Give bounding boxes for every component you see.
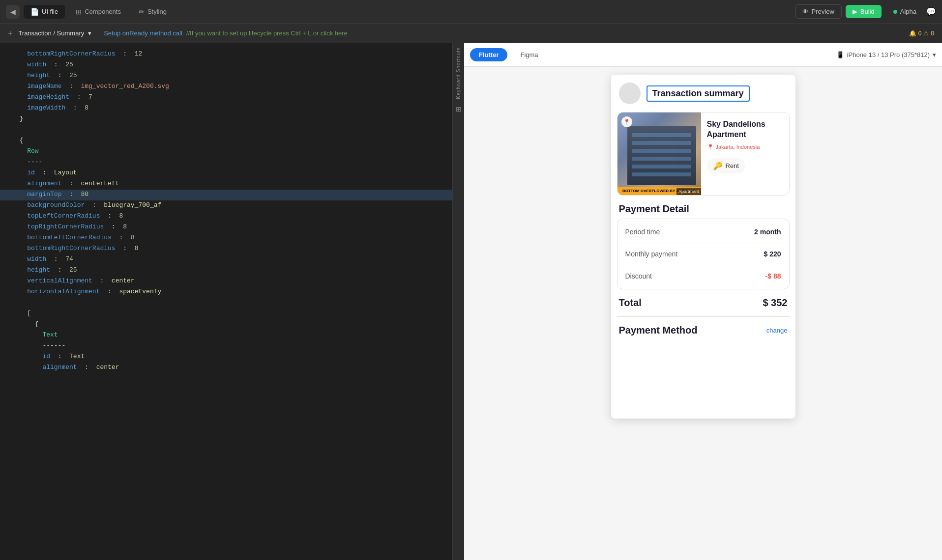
- code-line: [: [0, 308, 452, 319]
- total-value: $ 352: [763, 297, 787, 308]
- build-button[interactable]: ▶ Build: [846, 5, 882, 18]
- code-line: {: [0, 136, 452, 146]
- property-card: 📍 BOTTOM OVERFLOWED BY 22 PIXELS Apartme…: [617, 112, 790, 196]
- code-line: alignment : center: [0, 363, 452, 373]
- property-image: 📍 BOTTOM OVERFLOWED BY 22 PIXELS Apartme…: [618, 112, 701, 195]
- code-line: alignment : centerLeft: [0, 179, 452, 190]
- payment-detail-title: Payment Detail: [611, 196, 795, 219]
- setup-comment: Setup onReady method call: [104, 29, 182, 37]
- preview-eye-icon: 👁: [802, 8, 809, 15]
- dropdown-icon[interactable]: ▾: [88, 29, 91, 37]
- code-line: width : 74: [0, 254, 452, 265]
- code-line: ----: [0, 157, 452, 168]
- phone-container: Transaction summary 📍 BOTTOM OVERFLOWED …: [464, 67, 942, 560]
- preview-button[interactable]: 👁 Preview: [795, 4, 842, 19]
- user-badge: Alpha: [893, 8, 916, 15]
- phone-screen: Transaction summary 📍 BOTTOM OVERFLOWED …: [611, 75, 795, 419]
- code-line: }: [0, 114, 452, 125]
- app-header: Transaction summary: [611, 75, 795, 112]
- code-line: topLeftCornerRadius : 8: [0, 211, 452, 222]
- location-text: Jakarta, Indonesia: [716, 144, 760, 150]
- error-count: 0: [931, 30, 934, 37]
- code-line: width : 25: [0, 60, 452, 71]
- avatar: [619, 83, 641, 104]
- total-row: Total $ 352: [611, 289, 795, 316]
- code-line: horizontalAlignment : spaceEvenly: [0, 287, 452, 298]
- map-pin-icon: 📍: [621, 116, 632, 127]
- property-image-inner: 📍 BOTTOM OVERFLOWED BY 22 PIXELS Apartme…: [618, 112, 701, 195]
- hint-comment: //If you want to set up lifecycle press …: [186, 29, 348, 37]
- rent-badge: 🔑 Rent: [707, 158, 745, 173]
- code-line: marginTop : 80: [0, 190, 452, 200]
- page-title-box: Transaction summary: [647, 85, 750, 102]
- code-line: {: [0, 319, 452, 330]
- alert-icon: ⚠: [923, 30, 929, 37]
- preview-label: Preview: [812, 8, 834, 15]
- tab-ui-file-label: UI file: [42, 8, 58, 15]
- code-line: bottomLeftCornerRadius : 8: [0, 233, 452, 244]
- property-info: Sky Dandelions Apartment 📍 Jakarta, Indo…: [701, 112, 789, 195]
- build-label: Build: [860, 8, 875, 15]
- grid-icon[interactable]: ⊞: [456, 105, 462, 113]
- monthly-label: Monthly payment: [625, 250, 678, 258]
- warning-badge: 🔔 0 ⚠ 0: [909, 30, 934, 37]
- device-selector[interactable]: 📱 iPhone 13 / 13 Pro (375*812) ▾: [836, 51, 936, 58]
- code-line: ------: [0, 341, 452, 352]
- styling-icon: ✏: [139, 8, 145, 16]
- location-pin-icon: 📍: [707, 144, 714, 150]
- payment-row-discount: Discount -$ 88: [618, 265, 789, 287]
- period-label: Period time: [625, 228, 660, 236]
- payment-row-period: Period time 2 month: [618, 221, 789, 243]
- tab-ui-file[interactable]: 📄 UI file: [24, 5, 65, 19]
- total-label: Total: [619, 297, 642, 308]
- online-indicator: [893, 10, 897, 14]
- main-content: bottomRightCornerRadius : 12 width : 25 …: [0, 43, 942, 560]
- figma-tab[interactable]: Figma: [511, 48, 547, 61]
- code-line: Row: [0, 146, 452, 157]
- bell-icon: 🔔: [909, 30, 916, 37]
- rent-text: Rent: [726, 162, 739, 169]
- property-location: 📍 Jakarta, Indonesia: [707, 144, 783, 150]
- payment-method-title: Payment Method: [619, 325, 698, 336]
- code-line: imageName : img_vector_red_A200.svg: [0, 82, 452, 92]
- back-button[interactable]: ◀: [6, 5, 20, 19]
- payment-detail-box: Period time 2 month Monthly payment $ 22…: [617, 219, 790, 289]
- tab-styling[interactable]: ✏ Styling: [132, 5, 174, 19]
- payment-method-header: Payment Method change: [611, 317, 795, 340]
- change-link[interactable]: change: [766, 327, 788, 334]
- code-line: backgroundColor : bluegray_700_af: [0, 200, 452, 211]
- flutter-tab[interactable]: Flutter: [470, 48, 507, 61]
- code-line: topRightCornerRadius : 8: [0, 222, 452, 233]
- period-value: 2 month: [754, 228, 781, 236]
- chat-button[interactable]: 💬: [926, 7, 936, 16]
- discount-label: Discount: [625, 272, 652, 280]
- payment-row-monthly: Monthly payment $ 220: [618, 243, 789, 265]
- discount-value: -$ 88: [765, 272, 781, 280]
- page-title: Transaction summary: [652, 88, 744, 98]
- monthly-value: $ 220: [764, 250, 781, 258]
- code-line: imageWidth : 8: [0, 103, 452, 114]
- code-panel[interactable]: bottomRightCornerRadius : 12 width : 25 …: [0, 43, 452, 560]
- components-icon: ⊞: [76, 8, 82, 16]
- device-label: iPhone 13 / 13 Pro (375*812): [847, 51, 930, 58]
- code-line: Text: [0, 330, 452, 341]
- code-line: height : 25: [0, 265, 452, 276]
- preview-header: Flutter Figma 📱 iPhone 13 / 13 Pro (375*…: [464, 43, 942, 67]
- code-line: height : 25: [0, 71, 452, 82]
- code-line: imageHeight : 7: [0, 92, 452, 103]
- add-button[interactable]: +: [8, 29, 12, 38]
- preview-panel: Flutter Figma 📱 iPhone 13 / 13 Pro (375*…: [464, 43, 942, 560]
- back-icon: ◀: [10, 8, 16, 16]
- tab-components-label: Components: [85, 8, 121, 15]
- tab-components[interactable]: ⊞ Components: [69, 5, 128, 19]
- user-name: Alpha: [900, 8, 916, 15]
- phone-icon: 📱: [836, 51, 844, 58]
- ui-file-icon: 📄: [30, 8, 39, 16]
- code-line: id : Layout: [0, 168, 452, 179]
- build-play-icon: ▶: [853, 8, 857, 15]
- code-line: [0, 298, 452, 308]
- warning-count: 0: [918, 30, 922, 37]
- keyboard-shortcuts-sidebar: Keyboard Shortcuts ⊞: [452, 43, 464, 560]
- code-line: id : Text: [0, 352, 452, 363]
- breadcrumb-bar: + Transaction / Summary ▾ Setup onReady …: [0, 24, 942, 43]
